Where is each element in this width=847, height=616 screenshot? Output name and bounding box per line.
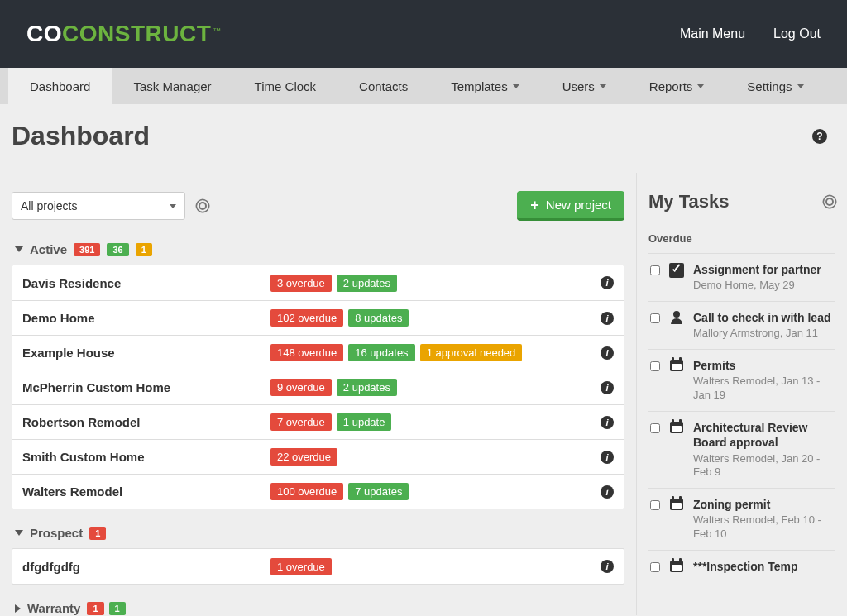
task-item[interactable]: Assignment for partnerDemo Home, May 29 (648, 253, 835, 301)
page-header: Dashboard ? (0, 104, 847, 173)
tab-users[interactable]: Users (541, 68, 628, 104)
calendar-icon (668, 359, 685, 403)
project-row[interactable]: Smith Custom Home22 overduei (12, 439, 624, 474)
task-body: ***Inspection Temp (693, 559, 834, 574)
project-list: Davis Residence3 overdue2 updatesiDemo H… (12, 265, 624, 509)
top-links: Main Menu Log Out (680, 26, 821, 41)
tab-bar: DashboardTask ManagerTime ClockContactsT… (0, 68, 847, 104)
task-item[interactable]: Zoning permitWalters Remodel, Feb 10 - F… (648, 488, 835, 550)
help-icon[interactable]: ? (812, 129, 827, 144)
info-icon[interactable]: i (601, 312, 614, 325)
section-title: Prospect (30, 526, 83, 540)
section-prospect: Prospect1dfgdfgdfg1 overduei (12, 526, 624, 585)
project-row[interactable]: McPherrin Custom Home9 overdue2 updatesi (12, 370, 624, 404)
task-subtitle: Walters Remodel, Jan 20 - Feb 9 (693, 452, 834, 480)
info-icon[interactable]: i (601, 451, 614, 464)
project-row[interactable]: Example House148 overdue16 updates1 appr… (12, 335, 624, 370)
info-icon[interactable]: i (601, 276, 614, 289)
logout-link[interactable]: Log Out (773, 26, 821, 41)
status-badge: 7 overdue (270, 413, 332, 431)
task-subtitle: Mallory Armstrong, Jan 11 (693, 327, 834, 341)
project-list: dfgdfgdfg1 overduei (12, 548, 624, 585)
main-menu-link[interactable]: Main Menu (680, 26, 745, 41)
overdue-label: Overdue (648, 232, 835, 245)
project-filter-select[interactable]: All projects (12, 192, 185, 220)
project-badges: 148 overdue16 updates1 approval needed (270, 344, 601, 361)
status-badge: 7 updates (348, 483, 409, 500)
count-badge: 1 (109, 602, 126, 615)
calendar-icon (668, 421, 685, 480)
section-active: Active391361Davis Residence3 overdue2 up… (12, 242, 624, 509)
task-checkbox[interactable] (650, 562, 660, 572)
tab-settings[interactable]: Settings (725, 68, 825, 104)
task-title: Call to check in with lead (693, 310, 834, 325)
logo[interactable]: CO CONSTRUCT ™ (26, 21, 221, 47)
tab-label: Reports (649, 79, 693, 93)
task-title: Zoning permit (693, 497, 834, 512)
status-badge: 1 update (337, 413, 392, 431)
task-item[interactable]: Architectural Review Board approvalWalte… (648, 411, 835, 488)
chevron-down-icon (697, 84, 704, 88)
status-badge: 102 overdue (270, 309, 343, 327)
task-body: Architectural Review Board approvalWalte… (693, 420, 834, 480)
gear-icon[interactable] (824, 196, 835, 208)
tab-reports[interactable]: Reports (628, 68, 726, 104)
tab-templates[interactable]: Templates (429, 68, 540, 104)
tab-label: Templates (451, 79, 507, 93)
tab-label: Time Clock (255, 79, 316, 93)
project-name: McPherrin Custom Home (22, 380, 270, 394)
project-name: Smith Custom Home (22, 450, 270, 464)
info-icon[interactable]: i (601, 416, 614, 429)
task-checkbox[interactable] (650, 361, 660, 371)
task-checkbox[interactable] (650, 423, 660, 433)
chevron-down-icon (797, 84, 804, 88)
task-body: PermitsWalters Remodel, Jan 13 - Jan 19 (693, 358, 834, 403)
status-badge: 16 updates (348, 344, 414, 361)
project-name: Example House (22, 346, 270, 360)
info-icon[interactable]: i (601, 485, 614, 499)
project-row[interactable]: Robertson Remodel7 overdue1 updatei (12, 404, 624, 439)
task-item[interactable]: Call to check in with leadMallory Armstr… (648, 301, 835, 349)
section-warranty-header[interactable]: Warranty 11 (12, 601, 624, 615)
tab-label: Task Manager (133, 79, 211, 93)
section-header[interactable]: Active391361 (12, 242, 624, 256)
task-title: Permits (693, 358, 834, 373)
new-project-button[interactable]: + New project (517, 191, 624, 221)
project-row[interactable]: Walters Remodel100 overdue7 updatesi (12, 474, 624, 509)
project-row[interactable]: dfgdfgdfg1 overduei (12, 549, 624, 584)
project-badges: 7 overdue1 update (270, 413, 601, 431)
status-badge: 2 updates (337, 379, 397, 396)
filter-row: All projects + New project (12, 191, 624, 221)
my-tasks-title: My Tasks (648, 191, 729, 212)
section-title: Warranty (27, 601, 80, 615)
chevron-right-icon (15, 604, 21, 613)
section-header[interactable]: Prospect1 (12, 526, 624, 540)
tab-contacts[interactable]: Contacts (337, 68, 429, 104)
project-badges: 22 overdue (270, 448, 601, 466)
tab-label: Users (562, 79, 595, 93)
task-checkbox[interactable] (650, 500, 660, 510)
sidebar: My Tasks Overdue Assignment for partnerD… (637, 173, 835, 615)
tab-dashboard[interactable]: Dashboard (8, 68, 112, 104)
chevron-down-icon (15, 246, 23, 252)
tab-label: Settings (747, 79, 792, 93)
project-row[interactable]: Davis Residence3 overdue2 updatesi (12, 265, 624, 300)
project-name: Davis Residence (22, 276, 270, 290)
task-checkbox[interactable] (650, 265, 660, 275)
top-bar: CO CONSTRUCT ™ Main Menu Log Out (0, 0, 847, 68)
project-name: Demo Home (22, 311, 270, 325)
task-body: Zoning permitWalters Remodel, Feb 10 - F… (693, 497, 834, 542)
tab-label: Contacts (359, 79, 408, 93)
project-row[interactable]: Demo Home102 overdue8 updatesi (12, 300, 624, 335)
task-body: Call to check in with leadMallory Armstr… (693, 310, 834, 341)
info-icon[interactable]: i (601, 346, 614, 360)
info-icon[interactable]: i (601, 560, 614, 573)
info-icon[interactable]: i (601, 381, 614, 394)
tab-time-clock[interactable]: Time Clock (233, 68, 337, 104)
task-item[interactable]: ***Inspection Temp (648, 550, 835, 582)
task-item[interactable]: PermitsWalters Remodel, Jan 13 - Jan 19 (648, 349, 835, 411)
logo-co: CO (26, 21, 62, 47)
task-checkbox[interactable] (650, 313, 660, 323)
tab-task-manager[interactable]: Task Manager (112, 68, 232, 104)
gear-icon[interactable] (197, 200, 208, 212)
